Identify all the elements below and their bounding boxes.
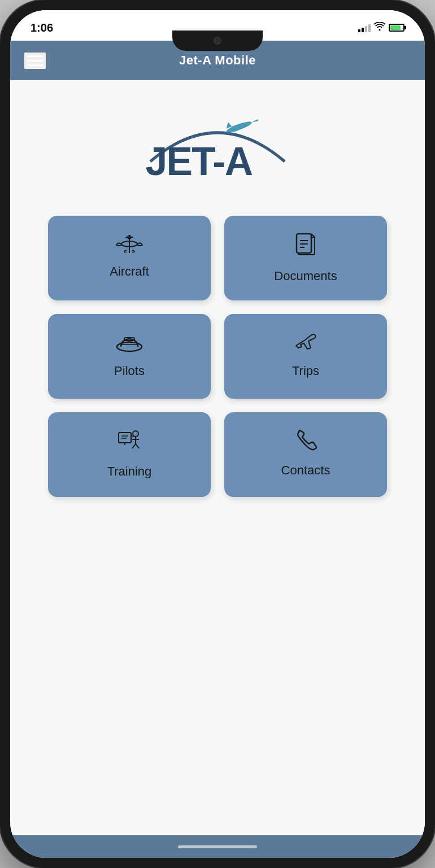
documents-icon [294, 232, 317, 262]
contacts-icon [293, 428, 318, 456]
trips-button[interactable]: Trips [224, 314, 387, 399]
svg-marker-2 [224, 121, 232, 128]
training-label: Training [107, 464, 152, 479]
menu-grid: Aircraft Documents [48, 216, 387, 497]
svg-point-17 [133, 431, 138, 437]
battery-icon [389, 24, 404, 32]
svg-rect-22 [119, 433, 131, 443]
jet-a-logo: JET-A [121, 97, 314, 187]
trips-label: Trips [292, 364, 319, 378]
svg-line-21 [136, 444, 139, 448]
signal-icon [358, 23, 371, 32]
pilots-button[interactable]: Pilots [48, 314, 211, 399]
aircraft-icon [115, 232, 143, 258]
home-indicator [10, 835, 425, 858]
home-bar [178, 845, 257, 848]
svg-line-20 [132, 444, 136, 448]
contacts-label: Contacts [281, 463, 330, 478]
status-time: 1:06 [31, 21, 53, 34]
pilots-label: Pilots [114, 364, 145, 378]
documents-label: Documents [274, 269, 337, 283]
logo-container: JET-A [121, 97, 314, 187]
training-button[interactable]: Training [48, 412, 211, 497]
pilots-icon [115, 330, 143, 357]
hamburger-button[interactable] [24, 52, 46, 69]
contacts-button[interactable]: Contacts [224, 412, 387, 497]
notch [172, 30, 263, 51]
aircraft-label: Aircraft [110, 264, 149, 279]
wifi-icon [374, 22, 385, 33]
phone-shell: 1:06 [0, 0, 435, 868]
status-icons [358, 22, 404, 33]
main-content: JET-A [10, 80, 425, 835]
svg-text:JET-A: JET-A [146, 139, 253, 184]
camera-notch [214, 37, 221, 45]
nav-title: Jet-A Mobile [179, 53, 256, 68]
trips-icon [293, 330, 319, 357]
phone-screen: 1:06 [10, 10, 425, 858]
training-icon [116, 428, 142, 457]
aircraft-button[interactable]: Aircraft [48, 216, 211, 300]
svg-marker-1 [251, 119, 258, 123]
documents-button[interactable]: Documents [224, 216, 387, 300]
